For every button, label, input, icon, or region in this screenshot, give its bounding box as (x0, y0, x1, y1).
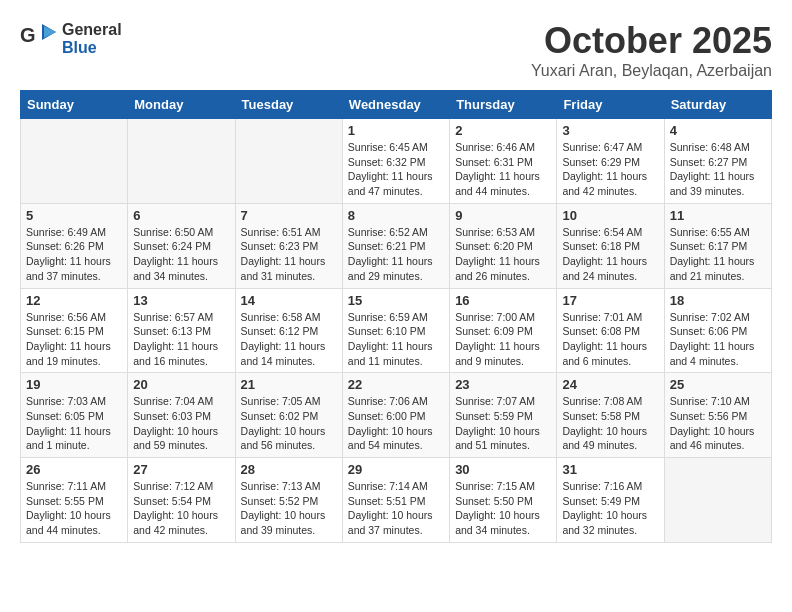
day-info: Sunrise: 7:06 AMSunset: 6:00 PMDaylight:… (348, 394, 444, 453)
calendar-cell: 23Sunrise: 7:07 AMSunset: 5:59 PMDayligh… (450, 373, 557, 458)
day-info: Sunrise: 7:11 AMSunset: 5:55 PMDaylight:… (26, 479, 122, 538)
location: Yuxari Aran, Beylaqan, Azerbaijan (531, 62, 772, 80)
day-info: Sunrise: 6:53 AMSunset: 6:20 PMDaylight:… (455, 225, 551, 284)
calendar-cell: 18Sunrise: 7:02 AMSunset: 6:06 PMDayligh… (664, 288, 771, 373)
day-number: 27 (133, 462, 229, 477)
day-number: 23 (455, 377, 551, 392)
weekday-header-row: SundayMondayTuesdayWednesdayThursdayFrid… (21, 91, 772, 119)
day-number: 25 (670, 377, 766, 392)
day-number: 13 (133, 293, 229, 308)
day-info: Sunrise: 6:48 AMSunset: 6:27 PMDaylight:… (670, 140, 766, 199)
day-number: 4 (670, 123, 766, 138)
day-number: 29 (348, 462, 444, 477)
calendar-cell: 25Sunrise: 7:10 AMSunset: 5:56 PMDayligh… (664, 373, 771, 458)
svg-marker-3 (44, 26, 56, 38)
calendar-cell: 17Sunrise: 7:01 AMSunset: 6:08 PMDayligh… (557, 288, 664, 373)
calendar-cell (664, 458, 771, 543)
day-number: 19 (26, 377, 122, 392)
day-info: Sunrise: 6:45 AMSunset: 6:32 PMDaylight:… (348, 140, 444, 199)
day-number: 16 (455, 293, 551, 308)
day-info: Sunrise: 7:08 AMSunset: 5:58 PMDaylight:… (562, 394, 658, 453)
calendar-cell (128, 119, 235, 204)
calendar-week-row: 5Sunrise: 6:49 AMSunset: 6:26 PMDaylight… (21, 203, 772, 288)
month-title: October 2025 (531, 20, 772, 62)
day-info: Sunrise: 6:49 AMSunset: 6:26 PMDaylight:… (26, 225, 122, 284)
day-info: Sunrise: 7:01 AMSunset: 6:08 PMDaylight:… (562, 310, 658, 369)
day-info: Sunrise: 6:59 AMSunset: 6:10 PMDaylight:… (348, 310, 444, 369)
day-info: Sunrise: 7:12 AMSunset: 5:54 PMDaylight:… (133, 479, 229, 538)
weekday-header: Tuesday (235, 91, 342, 119)
day-info: Sunrise: 7:15 AMSunset: 5:50 PMDaylight:… (455, 479, 551, 538)
day-number: 7 (241, 208, 337, 223)
calendar-week-row: 19Sunrise: 7:03 AMSunset: 6:05 PMDayligh… (21, 373, 772, 458)
calendar-cell: 31Sunrise: 7:16 AMSunset: 5:49 PMDayligh… (557, 458, 664, 543)
day-info: Sunrise: 7:10 AMSunset: 5:56 PMDaylight:… (670, 394, 766, 453)
day-info: Sunrise: 6:58 AMSunset: 6:12 PMDaylight:… (241, 310, 337, 369)
day-info: Sunrise: 7:02 AMSunset: 6:06 PMDaylight:… (670, 310, 766, 369)
calendar-cell: 20Sunrise: 7:04 AMSunset: 6:03 PMDayligh… (128, 373, 235, 458)
calendar-cell: 28Sunrise: 7:13 AMSunset: 5:52 PMDayligh… (235, 458, 342, 543)
logo: G General Blue (20, 20, 122, 58)
day-number: 14 (241, 293, 337, 308)
day-number: 9 (455, 208, 551, 223)
calendar-week-row: 12Sunrise: 6:56 AMSunset: 6:15 PMDayligh… (21, 288, 772, 373)
day-number: 26 (26, 462, 122, 477)
day-number: 11 (670, 208, 766, 223)
calendar-cell (21, 119, 128, 204)
day-info: Sunrise: 7:00 AMSunset: 6:09 PMDaylight:… (455, 310, 551, 369)
day-number: 21 (241, 377, 337, 392)
calendar-cell: 5Sunrise: 6:49 AMSunset: 6:26 PMDaylight… (21, 203, 128, 288)
page-header: G General Blue October 2025 Yuxari Aran,… (20, 20, 772, 80)
weekday-header: Wednesday (342, 91, 449, 119)
calendar-cell: 16Sunrise: 7:00 AMSunset: 6:09 PMDayligh… (450, 288, 557, 373)
weekday-header: Sunday (21, 91, 128, 119)
logo-general: General (62, 21, 122, 38)
day-number: 8 (348, 208, 444, 223)
calendar-cell: 3Sunrise: 6:47 AMSunset: 6:29 PMDaylight… (557, 119, 664, 204)
calendar-table: SundayMondayTuesdayWednesdayThursdayFrid… (20, 90, 772, 543)
day-number: 22 (348, 377, 444, 392)
calendar-cell: 7Sunrise: 6:51 AMSunset: 6:23 PMDaylight… (235, 203, 342, 288)
day-info: Sunrise: 6:57 AMSunset: 6:13 PMDaylight:… (133, 310, 229, 369)
day-info: Sunrise: 7:04 AMSunset: 6:03 PMDaylight:… (133, 394, 229, 453)
calendar-cell: 29Sunrise: 7:14 AMSunset: 5:51 PMDayligh… (342, 458, 449, 543)
calendar-cell: 6Sunrise: 6:50 AMSunset: 6:24 PMDaylight… (128, 203, 235, 288)
day-info: Sunrise: 6:56 AMSunset: 6:15 PMDaylight:… (26, 310, 122, 369)
title-block: October 2025 Yuxari Aran, Beylaqan, Azer… (531, 20, 772, 80)
day-info: Sunrise: 7:03 AMSunset: 6:05 PMDaylight:… (26, 394, 122, 453)
calendar-cell: 30Sunrise: 7:15 AMSunset: 5:50 PMDayligh… (450, 458, 557, 543)
day-info: Sunrise: 7:13 AMSunset: 5:52 PMDaylight:… (241, 479, 337, 538)
day-info: Sunrise: 7:07 AMSunset: 5:59 PMDaylight:… (455, 394, 551, 453)
day-number: 3 (562, 123, 658, 138)
day-info: Sunrise: 6:47 AMSunset: 6:29 PMDaylight:… (562, 140, 658, 199)
day-info: Sunrise: 6:52 AMSunset: 6:21 PMDaylight:… (348, 225, 444, 284)
calendar-cell: 10Sunrise: 6:54 AMSunset: 6:18 PMDayligh… (557, 203, 664, 288)
calendar-cell: 8Sunrise: 6:52 AMSunset: 6:21 PMDaylight… (342, 203, 449, 288)
day-info: Sunrise: 6:50 AMSunset: 6:24 PMDaylight:… (133, 225, 229, 284)
day-number: 6 (133, 208, 229, 223)
day-number: 15 (348, 293, 444, 308)
calendar-cell: 19Sunrise: 7:03 AMSunset: 6:05 PMDayligh… (21, 373, 128, 458)
calendar-cell: 26Sunrise: 7:11 AMSunset: 5:55 PMDayligh… (21, 458, 128, 543)
day-info: Sunrise: 6:51 AMSunset: 6:23 PMDaylight:… (241, 225, 337, 284)
weekday-header: Friday (557, 91, 664, 119)
day-number: 12 (26, 293, 122, 308)
calendar-cell: 27Sunrise: 7:12 AMSunset: 5:54 PMDayligh… (128, 458, 235, 543)
day-number: 17 (562, 293, 658, 308)
day-info: Sunrise: 7:05 AMSunset: 6:02 PMDaylight:… (241, 394, 337, 453)
calendar-week-row: 1Sunrise: 6:45 AMSunset: 6:32 PMDaylight… (21, 119, 772, 204)
day-number: 20 (133, 377, 229, 392)
day-info: Sunrise: 7:14 AMSunset: 5:51 PMDaylight:… (348, 479, 444, 538)
calendar-cell: 15Sunrise: 6:59 AMSunset: 6:10 PMDayligh… (342, 288, 449, 373)
svg-text:G: G (20, 24, 36, 46)
calendar-cell: 4Sunrise: 6:48 AMSunset: 6:27 PMDaylight… (664, 119, 771, 204)
calendar-week-row: 26Sunrise: 7:11 AMSunset: 5:55 PMDayligh… (21, 458, 772, 543)
day-number: 24 (562, 377, 658, 392)
day-number: 18 (670, 293, 766, 308)
calendar-cell: 14Sunrise: 6:58 AMSunset: 6:12 PMDayligh… (235, 288, 342, 373)
day-number: 31 (562, 462, 658, 477)
calendar-cell: 11Sunrise: 6:55 AMSunset: 6:17 PMDayligh… (664, 203, 771, 288)
day-number: 1 (348, 123, 444, 138)
calendar-cell: 21Sunrise: 7:05 AMSunset: 6:02 PMDayligh… (235, 373, 342, 458)
day-number: 30 (455, 462, 551, 477)
